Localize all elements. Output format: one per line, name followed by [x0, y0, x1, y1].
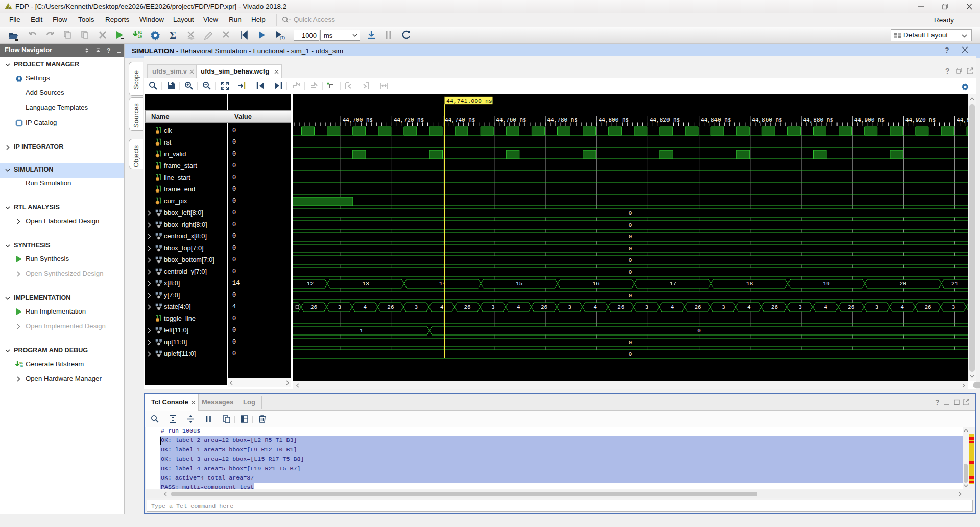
svg-text:4: 4	[824, 304, 827, 310]
svg-text:3: 3	[415, 304, 418, 310]
svg-text:26: 26	[541, 304, 547, 310]
svg-text:26: 26	[848, 304, 854, 310]
svg-text:3: 3	[568, 304, 571, 310]
svg-text:3: 3	[952, 304, 955, 310]
svg-text:26: 26	[694, 304, 701, 310]
svg-text:4: 4	[517, 304, 520, 310]
svg-text:(T): (T)	[280, 35, 285, 40]
svg-text:0: 0	[629, 257, 632, 264]
svg-text:44,760 ns: 44,760 ns	[496, 117, 526, 123]
svg-text:21: 21	[951, 281, 959, 287]
svg-text:Σ: Σ	[170, 30, 176, 41]
svg-text:44,860 ns: 44,860 ns	[752, 117, 782, 123]
svg-text:0: 0	[629, 351, 632, 357]
svg-text:26: 26	[310, 304, 317, 310]
svg-text:15: 15	[516, 281, 522, 287]
svg-text:10: 10	[138, 35, 142, 39]
svg-text:13: 13	[363, 281, 369, 287]
svg-text:4: 4	[440, 304, 444, 310]
svg-text:0: 0	[629, 340, 632, 346]
svg-text:3: 3	[875, 304, 878, 310]
svg-text:0: 0	[629, 246, 632, 252]
svg-text:3: 3	[338, 304, 341, 310]
svg-text:26: 26	[924, 304, 931, 310]
svg-text:44,720 ns: 44,720 ns	[394, 117, 424, 123]
svg-text:26: 26	[387, 304, 394, 310]
svg-text:3: 3	[645, 304, 649, 310]
svg-text:4: 4	[363, 304, 367, 310]
svg-text:26: 26	[771, 304, 778, 310]
svg-text:10: 10	[19, 365, 23, 368]
svg-text:0: 0	[629, 269, 632, 275]
svg-text:01: 01	[138, 31, 142, 35]
svg-text:3: 3	[722, 304, 725, 310]
svg-text:44,880 ns: 44,880 ns	[803, 117, 833, 123]
svg-text:44,900 ns: 44,900 ns	[854, 117, 885, 123]
svg-text:4: 4	[593, 304, 597, 310]
svg-text:0: 0	[697, 328, 701, 334]
svg-text:20: 20	[900, 281, 906, 287]
svg-text:0: 0	[629, 234, 632, 240]
svg-text:26: 26	[617, 304, 624, 310]
svg-text:26: 26	[464, 304, 470, 310]
svg-text:0: 0	[629, 293, 632, 299]
svg-text:44,940 ns: 44,940 ns	[957, 117, 968, 123]
svg-text:16: 16	[592, 281, 599, 287]
svg-text:17: 17	[670, 281, 676, 287]
svg-text:44,840 ns: 44,840 ns	[701, 117, 731, 123]
svg-text:19: 19	[823, 281, 829, 287]
svg-text:44,700 ns: 44,700 ns	[343, 117, 373, 123]
svg-text:3: 3	[798, 304, 802, 310]
svg-text:44,800 ns: 44,800 ns	[599, 117, 629, 123]
svg-text:44,740 ns: 44,740 ns	[445, 117, 475, 123]
svg-text:44,780 ns: 44,780 ns	[547, 117, 578, 123]
svg-text:4: 4	[900, 304, 904, 310]
svg-text:44,920 ns: 44,920 ns	[905, 117, 936, 123]
svg-text:0: 0	[629, 222, 632, 228]
svg-text:3: 3	[491, 304, 495, 310]
svg-text:14: 14	[439, 281, 446, 287]
svg-text:18: 18	[746, 281, 753, 287]
svg-text:4: 4	[747, 304, 751, 310]
svg-text:44,820 ns: 44,820 ns	[650, 117, 680, 123]
svg-text:?: ?	[945, 46, 949, 54]
svg-text:0: 0	[629, 210, 632, 217]
svg-text:?: ?	[107, 47, 110, 54]
svg-text:44,741.000 ns: 44,741.000 ns	[446, 98, 492, 104]
svg-text:12: 12	[307, 281, 314, 287]
svg-text:?: ?	[935, 399, 940, 406]
svg-text:4: 4	[671, 304, 674, 310]
svg-text:01: 01	[19, 361, 23, 365]
svg-text:1: 1	[360, 328, 363, 334]
svg-text:?: ?	[945, 67, 950, 75]
